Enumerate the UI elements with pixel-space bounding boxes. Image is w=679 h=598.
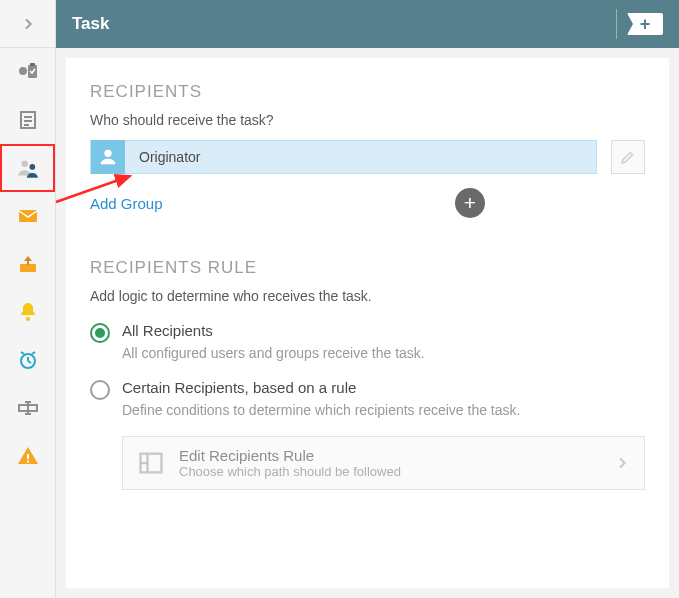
header-actions: + <box>616 9 663 39</box>
header: Task + <box>56 0 679 48</box>
add-button[interactable]: + <box>627 13 663 35</box>
sidebar-item-mail[interactable] <box>0 192 55 240</box>
bell-icon <box>16 300 40 324</box>
chevron-right-icon <box>614 455 630 471</box>
checklist-icon <box>16 60 40 84</box>
radio-label: Certain Recipients, based on a rule <box>122 379 520 396</box>
page-title: Task <box>72 14 110 34</box>
main-area: Task + RECIPIENTS Who should receive the… <box>56 0 679 598</box>
radio-help: Define conditions to determine which rec… <box>122 402 520 418</box>
rule-card-help: Choose which path should be followed <box>179 464 401 479</box>
edit-rule-card[interactable]: Edit Recipients Rule Choose which path s… <box>122 436 645 490</box>
svg-rect-2 <box>30 63 35 66</box>
svg-rect-9 <box>19 210 37 222</box>
svg-point-11 <box>26 317 30 321</box>
rule-icon <box>137 449 165 477</box>
recipient-name: Originator <box>125 149 200 165</box>
svg-point-23 <box>104 150 111 157</box>
pencil-icon <box>619 148 637 166</box>
add-group-link[interactable]: Add Group <box>90 195 163 212</box>
recipients-subtitle: Who should receive the task? <box>90 112 645 128</box>
plus-icon: + <box>464 191 476 215</box>
sidebar-item-outbox[interactable] <box>0 240 55 288</box>
rule-description: Add logic to determine who receives the … <box>90 288 645 304</box>
sidebar-item-checklist[interactable] <box>0 48 55 96</box>
rule-card-title: Edit Recipients Rule <box>179 447 401 464</box>
recipient-card[interactable]: Originator <box>90 140 597 174</box>
panel: RECIPIENTS Who should receive the task? … <box>66 58 669 588</box>
avatar-icon <box>91 140 125 174</box>
edit-recipient-button[interactable] <box>611 140 645 174</box>
document-icon <box>16 108 40 132</box>
radio-all-recipients[interactable]: All Recipients All configured users and … <box>90 322 645 361</box>
svg-line-14 <box>28 361 31 363</box>
svg-point-0 <box>19 67 27 75</box>
recipients-section-title: RECIPIENTS <box>90 82 645 102</box>
sidebar-item-field[interactable] <box>0 384 55 432</box>
radio-help: All configured users and groups receive … <box>122 345 425 361</box>
people-icon <box>15 155 41 181</box>
add-recipient-button[interactable]: + <box>455 188 485 218</box>
mail-icon <box>16 204 40 228</box>
sidebar-item-bell[interactable] <box>0 288 55 336</box>
radio-button[interactable] <box>90 323 110 343</box>
sidebar-item-recipients[interactable] <box>0 144 55 192</box>
sidebar-item-clock[interactable] <box>0 336 55 384</box>
sidebar <box>0 0 56 598</box>
header-divider <box>616 9 617 39</box>
svg-rect-22 <box>27 461 29 463</box>
radio-certain-recipients[interactable]: Certain Recipients, based on a rule Defi… <box>90 379 645 418</box>
svg-rect-21 <box>27 454 29 459</box>
collapse-button[interactable] <box>0 0 55 48</box>
chevron-right-icon <box>20 16 36 32</box>
svg-line-16 <box>32 352 35 354</box>
svg-point-7 <box>21 160 28 167</box>
warning-icon <box>16 444 40 468</box>
field-icon <box>16 396 40 420</box>
rule-section-title: RECIPIENTS RULE <box>90 258 645 278</box>
svg-point-8 <box>29 164 35 170</box>
plus-icon: + <box>640 14 651 35</box>
radio-label: All Recipients <box>122 322 425 339</box>
sidebar-item-document[interactable] <box>0 96 55 144</box>
svg-rect-10 <box>20 264 36 272</box>
sidebar-item-warning[interactable] <box>0 432 55 480</box>
radio-button[interactable] <box>90 380 110 400</box>
clock-icon <box>16 348 40 372</box>
svg-line-15 <box>21 352 24 354</box>
outbox-icon <box>16 252 40 276</box>
